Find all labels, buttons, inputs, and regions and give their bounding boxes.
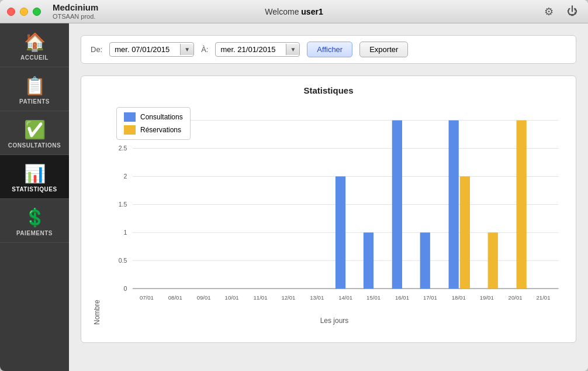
legend-consultations: Consultations <box>124 112 183 122</box>
de-label: De: <box>91 45 102 54</box>
toolbar: De: ▼ À: ▼ Afficher Exporter <box>81 35 576 64</box>
gear-icon[interactable]: ⚙ <box>540 3 558 20</box>
close-button[interactable] <box>7 8 15 16</box>
statistiques-icon: 📊 <box>24 163 46 184</box>
date-to-dropdown[interactable]: ▼ <box>286 44 299 55</box>
chart-inner: Consultations Réservations <box>105 105 564 325</box>
chart-body: Nombre Consultations Réservations <box>93 105 564 325</box>
sidebar-label-accueil: ACCUEIL <box>20 54 49 61</box>
exporter-button[interactable]: Exporter <box>359 42 408 57</box>
bar-19-01-reserv <box>488 232 498 288</box>
svg-text:17/01: 17/01 <box>423 294 437 301</box>
legend-label-consultations: Consultations <box>140 113 183 121</box>
sidebar-label-statistiques: STATISTIQUES <box>12 186 57 193</box>
welcome-prefix: Welcome <box>265 7 299 16</box>
y-axis-label: Nombre <box>93 105 101 325</box>
patients-icon: 📋 <box>24 75 46 96</box>
sidebar-label-paiements: PAIEMENTS <box>16 230 53 236</box>
svg-text:10/01: 10/01 <box>225 294 239 301</box>
sidebar-label-consultations: CONSULTATIONS <box>8 142 61 149</box>
legend-color-consultations <box>124 112 136 122</box>
svg-text:09/01: 09/01 <box>197 294 211 301</box>
sidebar-item-consultations[interactable]: ✅ CONSULTATIONS <box>0 111 69 155</box>
sidebar-label-patients: PATIENTS <box>19 98 50 105</box>
chart-title: Statistiques <box>93 85 564 95</box>
traffic-lights <box>7 8 41 16</box>
sidebar-item-patients[interactable]: 📋 PATIENTS <box>0 67 69 111</box>
svg-text:2: 2 <box>123 173 127 180</box>
bar-15-01-consult <box>364 232 373 288</box>
bar-20-01-reserv <box>517 121 527 289</box>
bar-18-01-consult <box>449 121 459 289</box>
username-label: user1 <box>301 7 323 16</box>
svg-text:07/01: 07/01 <box>140 294 154 301</box>
svg-text:12/01: 12/01 <box>281 294 295 301</box>
svg-text:14/01: 14/01 <box>338 294 352 301</box>
x-axis-label: Les jours <box>105 317 564 325</box>
svg-text:20/01: 20/01 <box>509 294 523 301</box>
sidebar-item-paiements[interactable]: 💲 PAIEMENTS <box>0 199 69 243</box>
bar-18-01-reserv <box>460 176 470 288</box>
bar-17-01-consult <box>420 232 430 288</box>
afficher-button[interactable]: Afficher <box>307 42 352 57</box>
sidebar: 🏠 ACCUEIL 📋 PATIENTS ✅ CONSULTATIONS 📊 S… <box>0 23 69 371</box>
power-icon[interactable]: ⏻ <box>563 3 581 20</box>
consultations-icon: ✅ <box>24 119 46 140</box>
welcome-message: Welcome user1 <box>265 7 323 16</box>
home-icon: 🏠 <box>24 32 46 52</box>
svg-text:2.5: 2.5 <box>119 145 127 152</box>
app-window: Medcinium OTSAAN prod. Welcome user1 ⚙ ⏻… <box>0 0 588 371</box>
svg-text:19/01: 19/01 <box>480 294 494 301</box>
sidebar-item-accueil[interactable]: 🏠 ACCUEIL <box>0 23 69 67</box>
svg-text:11/01: 11/01 <box>253 294 267 301</box>
maximize-button[interactable] <box>33 8 41 16</box>
svg-text:1: 1 <box>123 229 127 236</box>
date-from-field[interactable] <box>110 43 180 56</box>
svg-text:0.5: 0.5 <box>119 257 127 264</box>
main-layout: 🏠 ACCUEIL 📋 PATIENTS ✅ CONSULTATIONS 📊 S… <box>0 23 588 371</box>
svg-text:08/01: 08/01 <box>168 294 182 301</box>
svg-text:21/01: 21/01 <box>537 294 551 301</box>
app-subtitle: OTSAAN prod. <box>53 13 98 20</box>
titlebar: Medcinium OTSAAN prod. Welcome user1 ⚙ ⏻ <box>0 0 588 23</box>
date-from-dropdown[interactable]: ▼ <box>180 44 193 55</box>
app-branding: Medcinium OTSAAN prod. <box>53 2 98 20</box>
legend-reservations: Réservations <box>124 125 183 135</box>
date-to-input[interactable]: ▼ <box>215 42 300 57</box>
bar-14-01-consult <box>335 176 345 288</box>
legend-label-reservations: Réservations <box>140 126 181 134</box>
sidebar-item-statistiques[interactable]: 📊 STATISTIQUES <box>0 155 69 199</box>
svg-text:1.5: 1.5 <box>119 201 127 208</box>
svg-text:16/01: 16/01 <box>395 294 409 301</box>
legend-color-reservations <box>124 125 136 135</box>
minimize-button[interactable] <box>20 8 28 16</box>
chart-container: Statistiques Nombre Consultations <box>81 75 576 343</box>
app-title: Medcinium <box>53 2 98 13</box>
chart-legend: Consultations Réservations <box>116 107 191 140</box>
svg-text:0: 0 <box>123 285 127 292</box>
header-icons: ⚙ ⏻ <box>540 3 581 20</box>
svg-text:13/01: 13/01 <box>310 294 324 301</box>
paiements-icon: 💲 <box>24 207 46 228</box>
svg-text:18/01: 18/01 <box>452 294 466 301</box>
svg-text:15/01: 15/01 <box>366 294 381 301</box>
bar-16-01-consult <box>392 121 402 289</box>
date-to-field[interactable] <box>216 43 286 56</box>
date-from-input[interactable]: ▼ <box>109 42 194 57</box>
a-label: À: <box>201 45 208 54</box>
content-area: De: ▼ À: ▼ Afficher Exporter Statistique… <box>69 23 588 371</box>
